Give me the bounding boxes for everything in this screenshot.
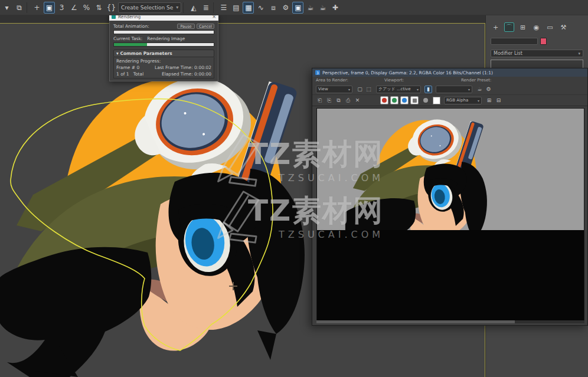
modifier-list-label: Modifier List bbox=[494, 51, 522, 56]
render-preset-dropdown[interactable]: ▾ bbox=[436, 86, 472, 93]
edit-region-icon[interactable]: ⬚ bbox=[365, 86, 373, 93]
separator-2 bbox=[183, 2, 186, 13]
object-color-swatch[interactable] bbox=[540, 38, 547, 45]
schematic-view-icon[interactable]: ⧈ bbox=[267, 2, 279, 14]
total-animation-label: Total Animation: bbox=[113, 24, 149, 29]
clear-image-icon[interactable]: ✕ bbox=[354, 97, 361, 104]
total-animation-progressbar bbox=[113, 30, 214, 34]
elapsed-time-value: 0:00:00 bbox=[194, 71, 211, 77]
rendered-frame-window-icon[interactable]: ▣ bbox=[292, 2, 303, 14]
select-and-place-icon[interactable]: ▣ bbox=[44, 2, 55, 14]
save-image-icon[interactable]: ⎗ bbox=[316, 97, 324, 104]
edit-named-selection-sets-icon[interactable]: {} bbox=[106, 2, 117, 14]
toggle-ui-icon[interactable]: ⊟ bbox=[495, 97, 502, 104]
modifier-list-dropdown[interactable]: Modifier List ▾ bbox=[491, 50, 583, 57]
render-teapot-icon[interactable]: ☕ bbox=[476, 86, 484, 93]
current-task-value: Rendering Image bbox=[147, 36, 185, 41]
maximize-viewport-icon[interactable]: ✚ bbox=[329, 2, 341, 14]
area-to-render-dropdown[interactable]: View▾ bbox=[316, 86, 352, 93]
render-iterative-icon[interactable]: ☕ bbox=[317, 2, 328, 14]
percent-snap-icon[interactable]: % bbox=[81, 2, 92, 14]
blue-channel-icon[interactable] bbox=[400, 96, 409, 104]
unrendered-region bbox=[317, 230, 584, 321]
chevron-down-icon: ▾ bbox=[116, 51, 119, 56]
rfw-title: Perspective, frame 0, Display Gamma: 2.2… bbox=[322, 70, 493, 76]
mirror-icon[interactable]: ◭ bbox=[188, 2, 199, 14]
object-name-field[interactable] bbox=[491, 38, 538, 45]
last-frame-time-value: 0:00:02 bbox=[194, 65, 211, 70]
snaps-toggle-icon[interactable]: 3 bbox=[56, 2, 67, 14]
frame-value: 0 bbox=[136, 65, 139, 70]
3dsmax-application: ▾⧉+▣3∠%⇅{}Create Selection Se▾◭≣☰▤▦∿⧈⚙▣☕… bbox=[0, 0, 588, 377]
current-task-progressbar bbox=[113, 42, 214, 47]
lock-to-viewport-icon[interactable]: ▮ bbox=[424, 86, 432, 93]
toolbar-combo-partial[interactable]: ▾ bbox=[1, 2, 12, 14]
color-correction-icon[interactable]: ⊞ bbox=[485, 97, 493, 104]
rendered-image-area[interactable] bbox=[316, 108, 584, 321]
rfw-titlebar[interactable]: 3 Perspective, frame 0, Display Gamma: 2… bbox=[312, 68, 587, 77]
curve-editor-icon[interactable]: ∿ bbox=[255, 2, 266, 14]
copy-image-icon[interactable]: ⎘ bbox=[325, 97, 333, 104]
common-parameters-rollout[interactable]: ▾ Common Parameters bbox=[113, 50, 214, 57]
select-and-move-icon[interactable]: + bbox=[31, 2, 43, 14]
render-preset-label: Render Preset: bbox=[461, 78, 491, 83]
monochrome-channel-icon[interactable] bbox=[423, 98, 428, 103]
named-selection-sets-combo[interactable]: Create Selection Se▾ bbox=[118, 2, 181, 13]
rendering-progress-label: Rendering Progress: bbox=[116, 58, 211, 64]
render-production-icon[interactable]: ☕ bbox=[305, 2, 316, 14]
viewport-dropdown[interactable]: クアッド ...ctive▾ bbox=[376, 86, 421, 93]
render-setup-small-icon[interactable]: ⚙ bbox=[485, 86, 492, 93]
rendering-dialog-icon bbox=[112, 15, 116, 19]
total-label: Total bbox=[133, 71, 144, 77]
material-editor-icon[interactable]: ▦ bbox=[243, 2, 254, 14]
align-icon[interactable]: ≣ bbox=[200, 2, 211, 14]
render-setup-icon[interactable]: ⚙ bbox=[280, 2, 291, 14]
scene-explorer-icon[interactable]: ☰ bbox=[218, 2, 229, 14]
current-task-label: Current Task: bbox=[113, 36, 142, 41]
green-channel-icon[interactable] bbox=[390, 96, 398, 104]
command-panel-tabs: +⌒⊞◉▭⚒ bbox=[486, 15, 588, 35]
layer-explorer-icon[interactable]: ▤ bbox=[230, 2, 241, 14]
last-frame-time-label: Last Frame Time: bbox=[155, 65, 193, 70]
spinner-snap-icon[interactable]: ⇅ bbox=[93, 2, 104, 14]
main-toolbar: ▾⧉+▣3∠%⇅{}Create Selection Se▾◭≣☰▤▦∿⧈⚙▣☕… bbox=[0, 0, 588, 15]
separator-1 bbox=[27, 2, 30, 13]
tab-hierarchy[interactable]: ⊞ bbox=[518, 22, 528, 32]
tab-create[interactable]: + bbox=[491, 22, 501, 32]
red-channel-icon[interactable] bbox=[380, 96, 388, 104]
channel-display-dropdown[interactable]: RGB Alpha▾ bbox=[444, 97, 482, 104]
area-to-render-label: Area to Render: bbox=[316, 78, 368, 83]
select-by-name-icon[interactable]: ⧉ bbox=[14, 2, 25, 14]
rendering-progress-dialog: Rendering ✕ Total Animation: Pause Cance… bbox=[109, 13, 218, 81]
rendered-frame-window: 3 Perspective, frame 0, Display Gamma: 2… bbox=[312, 68, 588, 326]
chevron-down-icon: ▾ bbox=[578, 51, 580, 56]
print-image-icon[interactable]: ⎙ bbox=[344, 97, 352, 104]
alpha-channel-icon[interactable] bbox=[410, 96, 419, 104]
frame-count-value: 1 of 1 bbox=[116, 71, 129, 77]
angle-snap-icon[interactable]: ∠ bbox=[68, 2, 80, 14]
tab-display[interactable]: ▭ bbox=[545, 22, 555, 32]
clone-window-icon[interactable]: ⧉ bbox=[335, 97, 342, 104]
elapsed-time-label: Elapsed Time: bbox=[162, 71, 193, 77]
background-color-swatch[interactable] bbox=[433, 97, 440, 104]
rfw-horizontal-scrollbar[interactable] bbox=[316, 320, 584, 323]
pause-button[interactable]: Pause bbox=[177, 24, 195, 29]
frame-label: Frame # bbox=[116, 65, 135, 70]
viewport-label: Viewport: bbox=[384, 78, 441, 83]
tab-motion[interactable]: ◉ bbox=[531, 22, 541, 32]
rfw-window-icon: 3 bbox=[315, 70, 320, 75]
separator-3 bbox=[213, 2, 216, 13]
cancel-button[interactable]: Cancel bbox=[197, 24, 214, 29]
tab-utilities[interactable]: ⚒ bbox=[558, 22, 569, 32]
tab-modify[interactable]: ⌒ bbox=[504, 22, 514, 32]
auto-region-icon[interactable]: ▢ bbox=[356, 86, 364, 93]
